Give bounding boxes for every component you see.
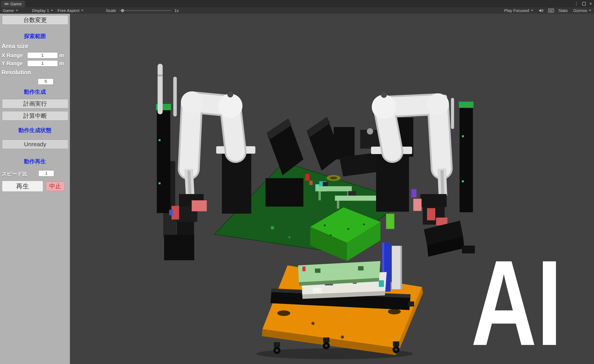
tab-game-label: Game [10, 2, 21, 6]
area-size-heading: Area size [2, 43, 28, 50]
x-range-unit: m [59, 53, 64, 59]
vertical-rail-right [459, 101, 473, 212]
chevron-down-icon [51, 10, 53, 11]
game-mode-dropdown[interactable]: Game [2, 7, 19, 14]
unit-count-button[interactable]: 台数変更 [2, 15, 68, 25]
resolution-label: Resolution [2, 69, 31, 76]
resolution-input[interactable] [38, 78, 54, 85]
gizmos-dropdown[interactable]: Gizmos [572, 7, 592, 14]
scale-value: 1x [175, 8, 179, 13]
game-viewport-scene: AI [70, 14, 594, 364]
vertical-rail-left [156, 104, 171, 213]
scale-label: Scale [106, 8, 116, 13]
scale-control: Scale 1x [106, 7, 179, 14]
motion-play-heading: 動作再生 [0, 158, 70, 165]
unity-game-window: Game ⋮ × Game Display 1 Free Aspect Scal… [0, 0, 594, 364]
scale-slider-thumb[interactable] [121, 9, 124, 12]
search-range-heading: 探索範囲 [0, 33, 70, 40]
calc-abort-button[interactable]: 計算中断 [2, 111, 68, 121]
tab-game[interactable]: Game [1, 0, 25, 7]
right-slabs [424, 221, 475, 257]
y-range-input[interactable] [27, 60, 58, 67]
game-view-toolbar: Game Display 1 Free Aspect Scale 1x Play… [0, 7, 594, 14]
tab-menu-icon[interactable]: ⋮ [574, 1, 579, 6]
play-focused-dropdown[interactable]: Play Focused [503, 7, 534, 14]
motion-status-value: Unready [2, 140, 68, 149]
y-range-unit: m [59, 61, 64, 67]
speed-ratio-label: スピード比 [2, 170, 27, 177]
close-icon[interactable]: × [589, 1, 592, 6]
x-range-label: X Range [2, 53, 23, 59]
tab-bar: Game ⋮ × [0, 0, 594, 7]
display-dropdown[interactable]: Display 1 [31, 7, 54, 14]
game-viewport[interactable]: AI [70, 14, 594, 364]
control-panel: 台数変更 探索範囲 Area size X Range m Y Range m … [0, 14, 70, 364]
keyboard-capture-icon[interactable] [548, 9, 554, 13]
chevron-down-icon [81, 10, 83, 11]
maximize-icon[interactable] [582, 2, 586, 6]
play-button[interactable]: 再生 [2, 181, 43, 192]
stats-button[interactable]: Stats [558, 8, 568, 13]
game-tab-icon [4, 2, 9, 6]
chevron-down-icon [531, 10, 533, 11]
aspect-ratio-dropdown[interactable]: Free Aspect [56, 7, 85, 14]
audio-mute-icon[interactable] [539, 8, 544, 13]
x-range-input[interactable] [27, 52, 58, 58]
y-range-label: Y Range [2, 61, 23, 67]
stop-button[interactable]: 中止 [46, 182, 65, 191]
chevron-down-icon [589, 10, 591, 11]
speed-ratio-input[interactable] [38, 170, 54, 176]
motion-generate-heading: 動作生成 [0, 88, 70, 96]
ai-overlay-text: AI [471, 235, 562, 364]
sensor-box [360, 128, 380, 148]
plan-execute-button[interactable]: 計画実行 [2, 99, 68, 108]
scale-slider[interactable] [119, 10, 171, 11]
chevron-down-icon [16, 10, 18, 11]
motion-status-heading: 動作生成状態 [0, 127, 70, 134]
